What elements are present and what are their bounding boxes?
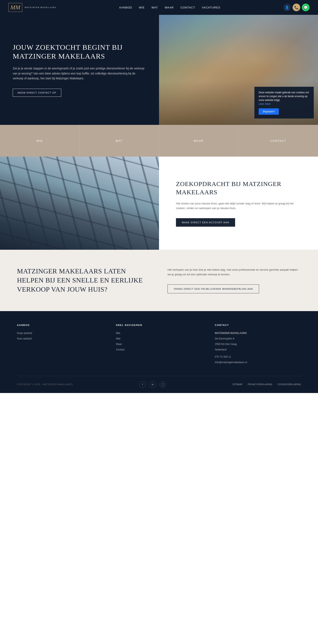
footer-email[interactable]: info@matzingermakelaars.nl	[215, 360, 301, 365]
nav-waar[interactable]: WAAR	[165, 6, 174, 9]
cookie-banner: Deze website maakt gebruik van cookies o…	[254, 87, 314, 118]
footer-col-aanbod: AANBOD Koop aanbod Huur aanbod	[17, 324, 103, 365]
search-text: Het vinden van jouw nieuwe thuis, gaat n…	[176, 201, 301, 210]
footer-col-contact: CONTACT MATZINGER MAKELAARS De Eerensple…	[215, 324, 301, 365]
nav-wat[interactable]: WAT	[151, 6, 158, 9]
nav-aanbod[interactable]: AANBOD	[119, 6, 132, 9]
nav-contact[interactable]: CONTACT	[181, 6, 195, 9]
footer-link-koop[interactable]: Koop aanbod	[17, 330, 103, 336]
footer-contact-name: MATZINGER MAKELAARS	[215, 330, 301, 336]
hero-subtitle: Zet je je eerste stappen in de woningmar…	[13, 66, 146, 81]
facebook-icon[interactable]: f	[139, 381, 146, 388]
nav-links: AANBOD WIE WAT WAAR CONTACT VACATURES	[119, 6, 220, 9]
footer-grid: AANBOD Koop aanbod Huur aanbod SNEL NAVI…	[17, 324, 301, 376]
quick-nav-contact[interactable]: CONTACT	[238, 125, 318, 156]
search-right: ZOEKOPDRACHT BIJ MATZINGER MAKELAARS Het…	[159, 156, 318, 250]
footer-col-nav: SNEL NAVIGEREN Wie Wat Waar Contact	[116, 324, 202, 365]
phone-icon-button[interactable]: 📞	[292, 4, 300, 11]
search-image	[0, 156, 159, 250]
quick-nav-waar[interactable]: WAAR	[159, 125, 238, 156]
account-icon-button[interactable]: 👤	[283, 4, 291, 11]
footer-postcode: 2593 NA Den Haag	[215, 342, 301, 347]
nav-wie[interactable]: WIE	[139, 6, 145, 9]
hero-left: JOUW ZOEKTOCHT BEGINT BIJ MATZINGER MAKE…	[0, 15, 159, 125]
quick-nav-grid: WIE WAT WAAR CONTACT	[0, 125, 318, 156]
footer-address: De Eerensplein 8	[215, 336, 301, 341]
footer-nav-title: SNEL NAVIGEREN	[116, 324, 202, 326]
instagram-icon[interactable]: ◯	[160, 381, 166, 388]
footer-legal-links: SITEMAP PRIVACYVERKLARING COOKIEVERKLARI…	[233, 383, 301, 386]
cookie-learn-more-link[interactable]: Lees meer	[259, 102, 271, 106]
footer-link-waar[interactable]: Waar	[116, 342, 202, 347]
footer: AANBOD Koop aanbod Huur aanbod SNEL NAVI…	[0, 311, 318, 393]
verkoop-title: MATZINGER MAKELAARS LATEN HELPEN BIJ EEN…	[17, 267, 150, 294]
nav-vacatures[interactable]: VACATURES	[202, 6, 220, 9]
footer-country: Nederland	[215, 347, 301, 352]
search-section: ZOEKOPDRACHT BIJ MATZINGER MAKELAARS Het…	[0, 156, 318, 250]
footer-link-wie[interactable]: Wie	[116, 330, 202, 336]
footer-sitemap-link[interactable]: SITEMAP	[233, 383, 243, 386]
footer-link-wat[interactable]: Wat	[116, 336, 202, 341]
verkoop-section: MATZINGER MAKELAARS LATEN HELPEN BIJ EEN…	[0, 250, 318, 311]
search-cta-button[interactable]: MAAK DIRECT EEN ACCOUNT AAN	[176, 218, 235, 227]
footer-phone: 070 74 359 11	[215, 354, 301, 359]
verkoop-text: Het verkopen van je huis doe je niet ied…	[168, 268, 301, 277]
logo-mm: MM	[9, 3, 22, 12]
hero-cta-button[interactable]: NEEM DIRECT CONTACT OP	[13, 89, 61, 97]
hero-title: JOUW ZOEKTOCHT BEGINT BIJ MATZINGER MAKE…	[13, 43, 146, 61]
footer-social: f in ◯	[139, 381, 166, 388]
quick-nav-wat[interactable]: WAT	[80, 125, 159, 156]
quick-nav-wie[interactable]: WIE	[0, 125, 80, 156]
logo-text: MATZINGER MAKELAARS	[25, 6, 56, 9]
search-title: ZOEKOPDRACHT BIJ MATZINGER MAKELAARS	[176, 180, 301, 196]
hero-image-container: Deze website maakt gebruik van cookies o…	[159, 15, 318, 125]
footer-aanbod-title: AANBOD	[17, 324, 103, 326]
footer-bottom: COPYRIGHT © 2025 - MATZINGER MAKELAARS f…	[17, 376, 301, 393]
nav-icon-group: 👤 📞 💬	[283, 4, 309, 11]
whatsapp-icon-button[interactable]: 💬	[302, 4, 309, 11]
footer-copyright: COPYRIGHT © 2025 - MATZINGER MAKELAARS	[17, 383, 73, 386]
logo-link[interactable]: MM MATZINGER MAKELAARS	[9, 3, 56, 12]
verkoop-right: Het verkopen van je huis doe je niet ied…	[168, 268, 301, 293]
cookie-accept-button[interactable]: Begrepen!	[259, 108, 279, 115]
main-nav: MM MATZINGER MAKELAARS AANBOD WIE WAT WA…	[0, 0, 318, 15]
footer-link-contact[interactable]: Contact	[116, 347, 202, 352]
verkoop-left: MATZINGER MAKELAARS LATEN HELPEN BIJ EEN…	[17, 267, 150, 294]
footer-privacy-link[interactable]: PRIVACYVERKLARING	[248, 383, 272, 386]
verkoop-cta-button[interactable]: VRAAG DIRECT EEN VRIJBLIJVENDE WAARDEBEP…	[168, 284, 259, 293]
hero-section: JOUW ZOEKTOCHT BEGINT BIJ MATZINGER MAKE…	[0, 15, 318, 125]
footer-link-huur[interactable]: Huur aanbod	[17, 336, 103, 341]
cookie-text: Deze website maakt gebruik van cookies o…	[259, 90, 309, 102]
linkedin-icon[interactable]: in	[149, 381, 156, 388]
footer-cookie-link[interactable]: COOKIEVERKLARING	[277, 383, 301, 386]
footer-contact-title: CONTACT	[215, 324, 301, 326]
